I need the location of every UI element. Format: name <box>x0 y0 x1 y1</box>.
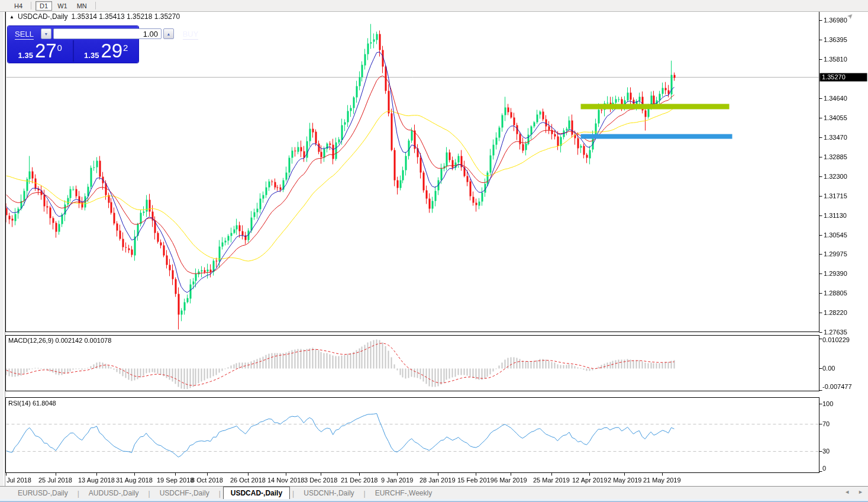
tab-separator: | <box>149 488 150 500</box>
price-tick-label: 1.28805 <box>824 289 847 297</box>
date-tick-label: 25 Jul 2018 <box>38 477 72 484</box>
price-tick-label: 1.36395 <box>824 36 847 43</box>
sell-price-point: 0 <box>57 43 62 53</box>
chart-tab-eurusd[interactable]: EURUSD-,Daily <box>11 487 75 500</box>
macd-tick-label: -0.007477 <box>822 383 852 390</box>
chart-tab-usdcnh[interactable]: USDCNH-,Daily <box>296 487 361 500</box>
timeframe-button-h4[interactable]: H4 <box>10 1 27 11</box>
date-tick-label: 12 Apr 2019 <box>572 477 607 484</box>
chart-tab-usdchf[interactable]: USDCHF-,Daily <box>153 487 217 500</box>
date-tick-label: 25 Mar 2019 <box>533 477 570 484</box>
timeframe-button-mn[interactable]: MN <box>73 1 91 11</box>
tab-scroll-controls: ◄ ► <box>844 489 863 495</box>
window-splitter[interactable] <box>0 12 5 500</box>
symbol-title: USDCAD-,Daily <box>18 12 68 21</box>
date-tick-label: 15 Feb 2019 <box>457 477 494 484</box>
price-tick-label: 1.36980 <box>824 17 847 24</box>
sell-price-display[interactable]: 1.35 27 0 <box>8 40 73 62</box>
date-tick-label: 2 May 2019 <box>608 477 641 484</box>
buy-button[interactable]: BUY <box>176 30 205 38</box>
date-tick-label: 6 Mar 2019 <box>494 477 527 484</box>
tab-scroll-right-icon[interactable]: ► <box>858 489 863 495</box>
sell-button[interactable]: SELL <box>9 30 39 38</box>
price-tick-label: 1.27635 <box>824 329 847 336</box>
chart-tab-usdcad[interactable]: USDCAD-,Daily <box>223 487 290 500</box>
buy-price-base: 1.35 <box>84 51 99 60</box>
terminal-window: H4D1W1MN ▲ USDCAD-,Daily 1.35314 1.35413… <box>0 0 868 502</box>
rsi-tick-label: 70 <box>822 420 830 427</box>
sell-price-pips: 27 <box>35 42 57 60</box>
chart-tab-audusd[interactable]: AUDUSD-,Daily <box>82 487 146 500</box>
price-tick-label: 1.35810 <box>824 56 847 63</box>
status-strip <box>0 499 868 502</box>
price-tick-label: 1.31715 <box>824 192 847 199</box>
symbol-header: ▲ USDCAD-,Daily 1.35314 1.35413 1.35218 … <box>9 12 180 21</box>
rsi-indicator-label: RSI(14) 61.8048 <box>8 400 56 407</box>
buy-price-display[interactable]: 1.35 29 2 <box>73 40 139 62</box>
macd-tick-label: 0.00 <box>822 365 835 372</box>
chart-canvas[interactable] <box>0 0 868 502</box>
price-tick-label: 1.32300 <box>824 173 847 180</box>
volume-input[interactable] <box>53 28 162 39</box>
date-tick-label: 3 Dec 2018 <box>304 477 337 484</box>
date-tick-label: 28 Jan 2019 <box>420 477 456 484</box>
sell-button-label: SELL <box>15 30 34 40</box>
date-tick-label: 14 Nov 2018 <box>267 477 304 484</box>
date-tick-label: 8 Oct 2018 <box>191 477 223 484</box>
triangle-down-icon: ▼ <box>44 32 49 36</box>
price-tick-label: 1.33470 <box>824 134 847 141</box>
collapse-panel-icon[interactable]: ▲ <box>9 14 14 20</box>
price-tick-label: 1.34055 <box>824 114 847 121</box>
date-tick-label: 6 Jul 2018 <box>1 477 31 484</box>
price-tick-label: 1.32885 <box>824 153 847 160</box>
buy-button-label: BUY <box>183 30 199 40</box>
date-tick-label: 21 Dec 2018 <box>341 477 377 484</box>
date-tick-label: 19 Sep 2018 <box>157 477 193 484</box>
date-tick-label: 13 Aug 2018 <box>78 477 115 484</box>
timeframe-toolbar: H4D1W1MN <box>0 0 868 12</box>
volume-decrease-button[interactable]: ▼ <box>41 28 51 39</box>
price-tick-label: 1.31130 <box>824 212 847 219</box>
rsi-tick-label: 30 <box>822 448 830 455</box>
buy-price-point: 2 <box>123 43 128 53</box>
price-tick-label: 1.29390 <box>824 270 847 277</box>
volume-increase-button[interactable]: ▲ <box>163 28 174 39</box>
tab-separator: | <box>219 488 221 500</box>
rsi-tick-label: 0 <box>822 465 826 472</box>
rsi-tick-label: 100 <box>822 400 833 407</box>
timeframe-button-w1[interactable]: W1 <box>53 1 72 11</box>
one-click-trading-panel: SELL ▼ ▲ BUY 1.35 27 0 1.35 29 2 <box>8 26 138 63</box>
date-tick-label: 26 Oct 2018 <box>230 477 266 484</box>
current-price-badge: 1.35270 <box>822 73 846 81</box>
tab-scroll-left-icon[interactable]: ◄ <box>844 489 850 495</box>
price-tick-label: 1.28220 <box>824 309 847 316</box>
chart-tab-bar: EURUSD-,Daily|AUDUSD-,Daily|USDCHF-,Dail… <box>0 486 868 500</box>
date-tick-label: 21 May 2019 <box>643 477 681 484</box>
price-tick-label: 1.34640 <box>824 95 847 102</box>
price-tick-label: 1.30545 <box>824 231 847 239</box>
toolbar-separator <box>95 2 96 9</box>
tab-separator: | <box>292 488 294 500</box>
macd-indicator-label: MACD(12,26,9) 0.002142 0.001078 <box>8 337 111 344</box>
chart-tab-eurchf[interactable]: EURCHF-,Weekly <box>368 487 439 500</box>
sell-price-base: 1.35 <box>18 51 33 60</box>
tab-separator: | <box>78 488 79 500</box>
buy-price-pips: 29 <box>101 42 122 60</box>
price-tick-label: 1.29975 <box>824 250 847 258</box>
ohlc-quote: 1.35314 1.35413 1.35218 1.35270 <box>72 12 180 21</box>
timeframe-button-d1[interactable]: D1 <box>36 1 52 11</box>
date-tick-label: 9 Jan 2019 <box>381 477 413 484</box>
tab-separator: | <box>364 488 366 500</box>
triangle-up-icon: ▲ <box>167 32 171 36</box>
macd-tick-label: 0.010229 <box>822 336 850 343</box>
date-tick-label: 31 Aug 2018 <box>116 477 153 484</box>
toolbar-separator <box>31 2 31 9</box>
